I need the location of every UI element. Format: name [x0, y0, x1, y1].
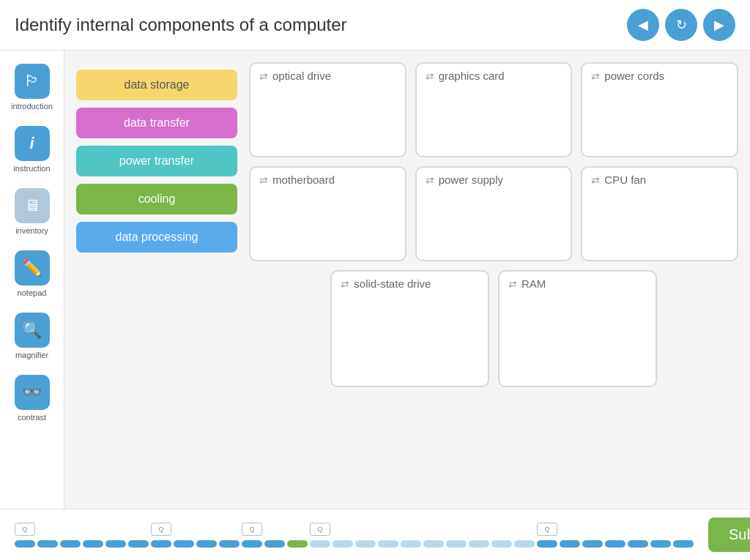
bottom-bar: Q Q Q Q Q Submit	[0, 509, 750, 560]
sidebar-item-introduction[interactable]: 🏳 introduction	[4, 58, 60, 116]
progress-segment-5	[128, 540, 149, 548]
sidebar-label-contrast: contrast	[18, 413, 46, 422]
drop-label-ram: RAM	[521, 277, 546, 290]
swap-icon-graphics: ⇄	[426, 70, 434, 82]
drop-zones-row3: ⇄ solid-state drive ⇄ RAM	[249, 270, 738, 387]
flag-icon: 🏳	[15, 64, 50, 99]
sidebar-label-magnifier: magnifier	[15, 351, 48, 359]
progress-segment-11	[264, 540, 285, 548]
sidebar-label-notepad: notepad	[18, 288, 47, 297]
category-data-storage[interactable]: data storage	[76, 70, 237, 100]
sidebar-item-instruction[interactable]: i instruction	[4, 120, 60, 179]
sidebar-label-introduction: introduction	[11, 102, 53, 111]
progress-segment-19	[446, 540, 467, 548]
progress-segment-27	[628, 540, 648, 548]
drop-zone-motherboard[interactable]: ⇄ motherboard	[249, 166, 406, 261]
category-data-transfer[interactable]: data transfer	[76, 108, 237, 138]
progress-segment-13	[310, 540, 330, 548]
sidebar-item-contrast[interactable]: 👓 contrast	[4, 369, 60, 428]
drop-zone-power-supply[interactable]: ⇄ power supply	[415, 166, 573, 261]
swap-icon-power-cords: ⇄	[591, 70, 600, 82]
progress-bar	[15, 540, 694, 548]
back-button[interactable]: ◀	[627, 9, 659, 41]
q-marker-4: Q	[310, 523, 330, 536]
progress-segment-12	[287, 540, 308, 548]
content-area: data storage data transfer power transfe…	[64, 51, 750, 509]
progress-segment-6	[151, 540, 171, 548]
glasses-icon: 👓	[15, 375, 50, 410]
category-power-transfer[interactable]: power transfer	[76, 146, 237, 176]
progress-segment-7	[174, 540, 194, 548]
category-data-processing[interactable]: data processing	[76, 222, 237, 253]
forward-button[interactable]: ▶	[703, 9, 735, 41]
progress-segment-23	[537, 540, 557, 548]
submit-button[interactable]: Submit	[708, 518, 750, 552]
progress-segment-26	[605, 540, 625, 548]
sidebar-item-magnifier[interactable]: 🔍 magnifier	[4, 307, 60, 365]
swap-icon-optical: ⇄	[259, 70, 268, 82]
drop-zone-cpu-fan[interactable]: ⇄ CPU fan	[581, 166, 738, 261]
progress-segment-17	[401, 540, 421, 548]
progress-segment-22	[514, 540, 535, 548]
swap-icon-motherboard: ⇄	[259, 174, 268, 186]
sidebar: 🏳 introduction i instruction 🖥 inventory…	[0, 51, 64, 509]
progress-segment-18	[423, 540, 444, 548]
page-title: Identify internal components of a comput…	[15, 15, 347, 35]
q-marker-5: Q	[537, 523, 557, 536]
progress-segment-4	[105, 540, 126, 548]
sidebar-item-notepad[interactable]: ✏️ notepad	[4, 244, 60, 303]
progress-segment-2	[60, 540, 81, 548]
drop-zone-optical-drive[interactable]: ⇄ optical drive	[249, 62, 406, 157]
swap-icon-power-supply: ⇄	[426, 174, 434, 186]
category-cooling[interactable]: cooling	[76, 184, 237, 214]
drop-zone-ram[interactable]: ⇄ RAM	[498, 270, 657, 387]
progress-segment-14	[333, 540, 353, 548]
drop-zones-container: ⇄ optical drive ⇄ graphics card ⇄	[249, 62, 738, 497]
progress-segment-25	[582, 540, 603, 548]
progress-segment-15	[355, 540, 376, 548]
progress-segment-24	[560, 540, 580, 548]
drop-label-motherboard: motherboard	[272, 173, 335, 186]
drop-label-power-cords: power cords	[604, 70, 664, 82]
categories-column: data storage data transfer power transfe…	[76, 62, 237, 497]
main-layout: 🏳 introduction i instruction 🖥 inventory…	[0, 51, 750, 509]
pencil-icon: ✏️	[15, 250, 50, 285]
progress-segment-16	[378, 540, 398, 548]
swap-icon-ram: ⇄	[508, 278, 517, 290]
drop-label-power-supply: power supply	[439, 173, 503, 186]
q-marker-3: Q	[242, 523, 262, 536]
drop-zones-row1: ⇄ optical drive ⇄ graphics card ⇄	[249, 62, 738, 157]
sidebar-label-instruction: instruction	[13, 164, 50, 173]
drop-zone-graphics-card[interactable]: ⇄ graphics card	[415, 62, 573, 157]
progress-segment-21	[491, 540, 512, 548]
q-marker-1: Q	[15, 523, 35, 536]
sidebar-label-inventory: inventory	[15, 226, 48, 235]
drop-label-cpu-fan: CPU fan	[604, 173, 646, 186]
progress-segment-20	[469, 540, 489, 548]
header: Identify internal components of a comput…	[0, 0, 750, 51]
sidebar-item-inventory[interactable]: 🖥 inventory	[4, 182, 60, 241]
info-icon: i	[15, 126, 50, 161]
magnifier-icon: 🔍	[15, 313, 50, 348]
drop-zone-power-cords[interactable]: ⇄ power cords	[581, 62, 738, 157]
progress-segment-3	[83, 540, 103, 548]
q-marker-2: Q	[151, 523, 171, 536]
activity-area: data storage data transfer power transfe…	[76, 62, 738, 497]
drop-label-graphics-card: graphics card	[439, 70, 505, 82]
progress-segment-8	[196, 540, 217, 548]
drop-label-solid-state-drive: solid-state drive	[354, 277, 431, 290]
progress-track: Q Q Q Q Q	[15, 523, 694, 548]
progress-segment-1	[37, 540, 58, 548]
progress-segment-9	[219, 540, 240, 548]
drop-zone-solid-state-drive[interactable]: ⇄ solid-state drive	[330, 270, 489, 387]
q-markers-row: Q Q Q Q Q	[15, 523, 694, 536]
progress-segment-10	[242, 540, 262, 548]
drop-label-optical-drive: optical drive	[272, 70, 331, 82]
swap-icon-cpu-fan: ⇄	[591, 174, 600, 186]
swap-icon-ssd: ⇄	[341, 278, 349, 290]
refresh-button[interactable]: ↻	[665, 9, 697, 41]
drop-zones-row2: ⇄ motherboard ⇄ power supply ⇄ CPU	[249, 166, 738, 261]
progress-segment-28	[650, 540, 671, 548]
progress-segment-0	[15, 540, 35, 548]
monitor-icon: 🖥	[15, 188, 50, 223]
